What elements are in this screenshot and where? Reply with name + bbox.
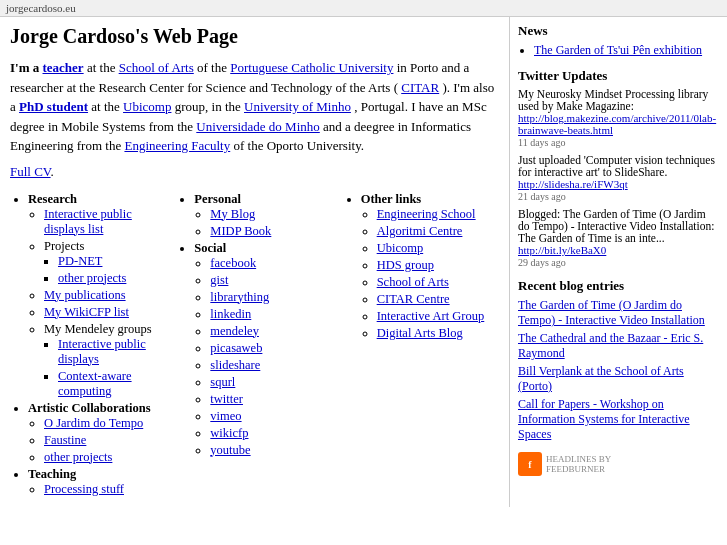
digital-arts-link[interactable]: Digital Arts Blog [377,326,463,340]
librarything-link[interactable]: librarything [210,290,269,304]
twitter-url-1[interactable]: http://blog.makezine.com/archive/2011/0l… [518,112,719,136]
list-item: My WikiCFP list [44,305,166,320]
hds-link[interactable]: HDS group [377,258,434,272]
recent-item-4[interactable]: Call for Papers - Workshop on Informatio… [518,397,719,442]
teacher-link[interactable]: teacher [43,60,84,75]
list-item: O Jardim do Tempo [44,416,166,431]
twitter-url-2[interactable]: http://slidesha.re/iFW3qt [518,178,719,190]
processing-link[interactable]: Processing stuff [44,482,124,496]
list-item: Interactive public displays list [44,207,166,237]
twitter-text-2: Just uploaded 'Computer vision technique… [518,154,715,178]
wikicfp-social-link[interactable]: wikicfp [210,426,248,440]
mendeley-displays-link[interactable]: Interactive public displays [58,337,146,366]
eng-school-link[interactable]: Engineering School [377,207,476,221]
ubicomp-link[interactable]: Ubicomp [123,99,171,114]
other-projects-link[interactable]: other projects [58,271,126,285]
algoritmi-link[interactable]: Algoritmi Centre [377,224,463,238]
research-list: Research Interactive public displays lis… [10,192,166,497]
mendeley-social-link[interactable]: mendeley [210,324,259,338]
list-item: Ubicomp [377,241,499,256]
wikicfp-list-link[interactable]: My WikiCFP list [44,305,129,319]
interactive-art-link[interactable]: Interactive Art Group [377,309,485,323]
list-item: My Blog [210,207,332,222]
list-item: gist [210,273,332,288]
recent-item-2[interactable]: The Cathedral and the Bazaar - Eric S. R… [518,331,719,361]
interactive-displays-link[interactable]: Interactive public displays list [44,207,132,236]
list-item: HDS group [377,258,499,273]
mendeley-context-link[interactable]: Context-aware computing [58,369,132,398]
pcu-link[interactable]: Portuguese Catholic University [230,60,393,75]
feedburner-widget: f HEADLINES BYFEEDBURNER [518,452,719,476]
twitter-link[interactable]: twitter [210,392,243,406]
gist-link[interactable]: gist [210,273,228,287]
faustine-link[interactable]: Faustine [44,433,86,447]
twitter-text-3: Blogged: The Garden of Time (O Jardim do… [518,208,714,244]
pd-net-link[interactable]: PD-NET [58,254,102,268]
list-item: youtube [210,443,332,458]
jardim-link[interactable]: O Jardim do Tempo [44,416,143,430]
research-heading: Research [28,192,77,206]
garden-tsui-link[interactable]: The Garden of Ts'ui Pên exhibition [534,43,702,57]
other-links-heading: Other links [361,192,422,206]
artistic-other-link[interactable]: other projects [44,450,112,464]
phd-link[interactable]: PhD student [19,99,88,114]
list-item: slideshare [210,358,332,373]
page-title: Jorge Cardoso's Web Page [10,25,499,48]
myblog-link[interactable]: My Blog [210,207,255,221]
list-item: My Mendeley groups Interactive public di… [44,322,166,399]
intro-paragraph: I'm a teacher at the School of Arts of t… [10,58,499,156]
list-item: Research Interactive public displays lis… [28,192,166,399]
list-item: My publications [44,288,166,303]
squrl-link[interactable]: squrl [210,375,235,389]
list-item: The Garden of Ts'ui Pên exhibition [534,43,719,58]
list-item: Social facebook gist librarything linked… [194,241,332,458]
url-bar: jorgecardoso.eu [6,2,76,14]
feedburner-label: HEADLINES BYFEEDBURNER [546,454,611,474]
youtube-link[interactable]: youtube [210,443,250,457]
twitter-item-1: My Neurosky Mindset Processing library u… [518,88,719,148]
university-of-minho-link[interactable]: University of Minho [244,99,351,114]
list-item: twitter [210,392,332,407]
midp-link[interactable]: MIDP Book [210,224,271,238]
list-item: Interactive Art Group [377,309,499,324]
ubicomp-other-link[interactable]: Ubicomp [377,241,424,255]
linkedin-link[interactable]: linkedin [210,307,251,321]
list-item: School of Arts [377,275,499,290]
soa-link[interactable]: School of Arts [377,275,449,289]
list-item: Teaching Processing stuff [28,467,166,497]
list-item: other projects [58,271,166,286]
social-heading: Social [194,241,226,255]
recent-blog-section: Recent blog entries The Garden of Time (… [518,278,719,442]
vimeo-link[interactable]: vimeo [210,409,241,423]
news-title: News [518,23,719,39]
citar-link[interactable]: CITAR [401,80,439,95]
col-research: Research Interactive public displays lis… [10,192,166,499]
universidade-link[interactable]: Universidade do Minho [196,119,319,134]
artistic-heading: Artistic Collaborations [28,401,151,415]
recent-item-3[interactable]: Bill Verplank at the School of Arts (Por… [518,364,719,394]
twitter-url-3[interactable]: http://bit.ly/keBaX0 [518,244,719,256]
twitter-item-2: Just uploaded 'Computer vision technique… [518,154,719,202]
slideshare-link[interactable]: slideshare [210,358,260,372]
twitter-item-3: Blogged: The Garden of Time (O Jardim do… [518,208,719,268]
twitter-title: Twitter Updates [518,68,719,84]
my-publications-link[interactable]: My publications [44,288,126,302]
full-cv-link[interactable]: Full CV [10,164,51,179]
list-item: Personal My Blog MIDP Book [194,192,332,239]
personal-list: Personal My Blog MIDP Book Social facebo… [176,192,332,458]
recent-item-1[interactable]: The Garden of Time (O Jardim do Tempo) -… [518,298,719,328]
facebook-link[interactable]: facebook [210,256,256,270]
list-item: wikicfp [210,426,332,441]
browser-bar: jorgecardoso.eu [0,0,727,17]
list-item: Faustine [44,433,166,448]
twitter-date-2: 21 days ago [518,191,566,202]
school-of-arts-link[interactable]: School of Arts [119,60,194,75]
col-personal: Personal My Blog MIDP Book Social facebo… [176,192,332,499]
eng-faculty-link[interactable]: Engineering Faculty [124,138,230,153]
picasaweb-link[interactable]: picasaweb [210,341,262,355]
news-section: News The Garden of Ts'ui Pên exhibition [518,23,719,58]
list-item: Other links Engineering School Algoritmi… [361,192,499,341]
twitter-date-3: 29 days ago [518,257,566,268]
twitter-date-1: 11 days ago [518,137,565,148]
citar-other-link[interactable]: CITAR Centre [377,292,450,306]
